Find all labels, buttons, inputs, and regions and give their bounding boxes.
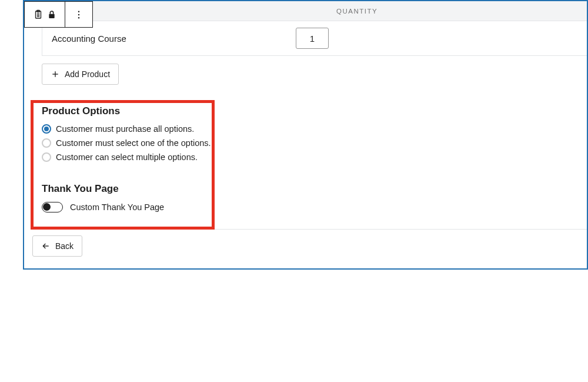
plus-icon	[51, 69, 60, 79]
product-options-heading: Product Options	[42, 105, 587, 117]
custom-thank-you-toggle[interactable]	[42, 202, 63, 212]
add-product-label: Add Product	[65, 69, 110, 79]
dots-vertical-icon	[74, 9, 84, 20]
toggle-label: Custom Thank You Page	[70, 202, 164, 212]
toolbar-group-icons	[25, 2, 65, 27]
block-toolbar	[24, 1, 93, 28]
clipboard-icon[interactable]	[33, 9, 44, 20]
table-header: QUANTITY	[24, 1, 587, 21]
back-label: Back	[55, 241, 74, 251]
arrow-left-icon	[41, 241, 51, 251]
radio-selected-icon	[42, 124, 51, 134]
toggle-knob-icon	[43, 203, 51, 211]
back-button[interactable]: Back	[32, 235, 82, 257]
quantity-column-header: QUANTITY	[336, 8, 377, 15]
toolbar-more-options[interactable]	[65, 2, 92, 27]
thank-you-heading: Thank You Page	[42, 183, 587, 195]
svg-rect-5	[49, 14, 54, 18]
table-row: Accounting Course 1	[42, 21, 587, 55]
radio-unselected-icon	[42, 138, 51, 148]
lock-icon[interactable]	[47, 10, 56, 19]
radio-option-one[interactable]: Customer must select one of the options.	[42, 138, 587, 148]
svg-point-7	[78, 14, 79, 15]
svg-point-8	[78, 17, 79, 18]
radio-label: Customer must purchase all options.	[56, 124, 194, 134]
thank-you-section: Thank You Page Custom Thank You Page	[24, 167, 587, 212]
svg-point-6	[78, 11, 79, 12]
radio-label: Customer can select multiple options.	[56, 152, 198, 162]
quantity-input[interactable]: 1	[296, 28, 329, 49]
radio-label: Customer must select one of the options.	[56, 138, 211, 148]
block-content: QUANTITY Accounting Course 1 Add Product…	[24, 1, 587, 257]
radio-unselected-icon	[42, 152, 51, 162]
editor-block-frame: QUANTITY Accounting Course 1 Add Product…	[23, 0, 588, 270]
radio-option-multi[interactable]: Customer can select multiple options.	[42, 152, 587, 162]
product-options-section: Product Options Customer must purchase a…	[24, 92, 587, 162]
block-footer: Back	[32, 229, 587, 257]
radio-option-all[interactable]: Customer must purchase all options.	[42, 124, 587, 134]
product-name-cell: Accounting Course	[52, 34, 296, 44]
add-product-button[interactable]: Add Product	[42, 64, 119, 85]
